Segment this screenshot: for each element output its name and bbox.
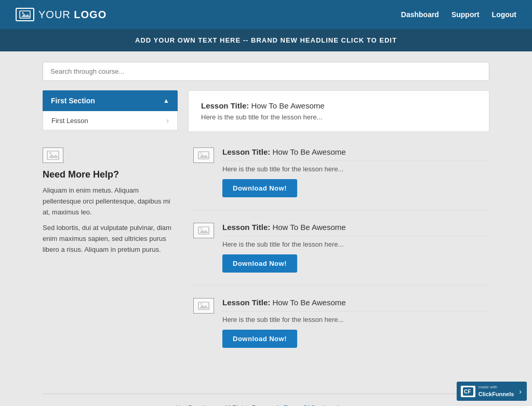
lesson-item[interactable]: First Lesson › <box>43 111 178 130</box>
help-paragraph-2: Sed lobortis, dui at vulputate pulvinar,… <box>43 223 178 255</box>
active-lesson-title: Lesson Title: How To Be Awesome <box>201 101 476 110</box>
svg-marker-15 <box>198 305 208 308</box>
lesson-title-2: Lesson Title: How To Be Awesome <box>222 298 489 312</box>
section-header[interactable]: First Section ▲ <box>43 90 178 111</box>
main-nav: Dashboard Support Logout <box>401 10 516 19</box>
main-content: First Section ▲ First Lesson › Lesson Ti… <box>32 51 500 406</box>
headline-bar[interactable]: ADD YOUR OWN TEXT HERE -- BRAND NEW HEAD… <box>0 29 532 51</box>
nav-logout[interactable]: Logout <box>492 10 516 19</box>
lesson-info-2: Lesson Title: How To Be Awesome Here is … <box>222 298 489 348</box>
lesson-subtitle-1: Here is the sub title for the lesson her… <box>222 240 489 248</box>
lesson-title-0: Lesson Title: How To Be Awesome <box>222 147 489 161</box>
search-input[interactable] <box>43 62 489 81</box>
svg-marker-12 <box>198 229 208 233</box>
svg-marker-6 <box>47 154 59 158</box>
logo-icon <box>16 8 34 21</box>
help-heading: Need More Help? <box>43 169 178 180</box>
svg-marker-2 <box>20 13 30 17</box>
sidebar: First Section ▲ First Lesson › <box>43 90 178 130</box>
lesson-label: First Lesson <box>51 117 88 125</box>
svg-point-10 <box>201 153 202 154</box>
cf-logo-icon: CF <box>461 386 475 397</box>
lesson-info-1: Lesson Title: How To Be Awesome Here is … <box>222 223 489 273</box>
cf-arrow-icon: › <box>519 387 522 396</box>
header: YOUR LOGO Dashboard Support Logout <box>0 0 532 29</box>
cf-badge[interactable]: CF made with ClickFunnels › <box>457 382 527 401</box>
help-paragraph-1: Aliquam in enim metus. Aliquam pellentes… <box>43 185 178 218</box>
svg-point-13 <box>201 228 202 229</box>
top-two-col: First Section ▲ First Lesson › Lesson Ti… <box>43 90 489 132</box>
download-button-0[interactable]: Download Now! <box>222 179 297 197</box>
lesson-thumb-1 <box>193 223 214 238</box>
cf-badge-text: made with ClickFunnels <box>478 385 514 398</box>
section-label: First Section <box>51 97 95 105</box>
table-row: Lesson Title: How To Be Awesome Here is … <box>193 223 489 286</box>
lesson-subtitle-0: Here is the sub title for the lesson her… <box>222 165 489 173</box>
svg-rect-5 <box>47 151 59 159</box>
download-button-1[interactable]: Download Now! <box>222 254 297 273</box>
svg-marker-9 <box>198 154 208 158</box>
svg-rect-4 <box>47 151 59 160</box>
svg-point-16 <box>201 303 202 305</box>
active-lesson-card: Lesson Title: How To Be Awesome Here is … <box>188 90 489 132</box>
lessons-list: Lesson Title: How To Be Awesome Here is … <box>193 147 489 373</box>
nav-dashboard[interactable]: Dashboard <box>401 10 439 19</box>
lesson-subtitle-2: Here is the sub title for the lesson her… <box>222 316 489 323</box>
help-box: Need More Help? Aliquam in enim metus. A… <box>43 147 178 373</box>
logo-text: YOUR LOGO <box>38 9 107 21</box>
nav-support[interactable]: Support <box>451 10 480 19</box>
svg-point-7 <box>49 152 51 154</box>
lesson-thumb-2 <box>193 298 214 314</box>
footer-divider <box>43 394 489 394</box>
table-row: Lesson Title: How To Be Awesome Here is … <box>193 298 489 360</box>
below-section: Need More Help? Aliquam in enim metus. A… <box>43 147 489 373</box>
download-button-2[interactable]: Download Now! <box>222 330 297 348</box>
svg-text:CF: CF <box>464 389 471 395</box>
chevron-up-icon: ▲ <box>163 97 169 104</box>
lesson-title-1: Lesson Title: How To Be Awesome <box>222 223 489 236</box>
table-row: Lesson Title: How To Be Awesome Here is … <box>193 147 489 210</box>
help-image <box>43 147 63 163</box>
svg-point-3 <box>22 12 24 14</box>
lesson-info-0: Lesson Title: How To Be Awesome Here is … <box>222 147 489 197</box>
active-lesson-subtitle: Here is the sub title for the lesson her… <box>201 113 476 121</box>
arrow-right-icon: › <box>166 116 169 125</box>
logo-area: YOUR LOGO <box>16 8 107 21</box>
lesson-thumb-0 <box>193 147 214 163</box>
